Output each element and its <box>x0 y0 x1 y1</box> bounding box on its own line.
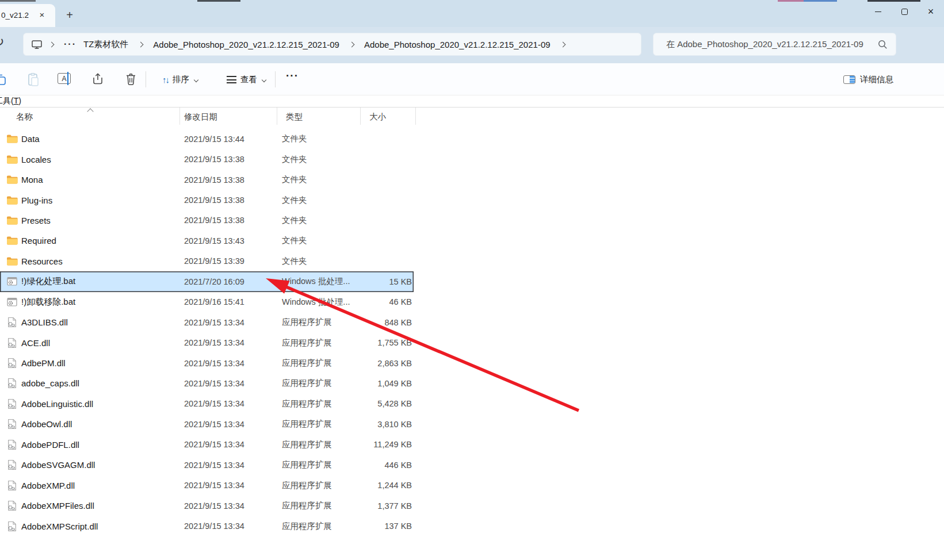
file-row[interactable]: Plug-ins 2021/9/15 13:38 文件夹 <box>0 190 414 210</box>
share-button[interactable] <box>91 72 105 86</box>
file-row[interactable]: AdobeSVGAGM.dll 2021/9/15 13:34 应用程序扩展 4… <box>0 455 414 475</box>
file-row[interactable]: AdobePDFL.dll 2021/9/15 13:34 应用程序扩展 11,… <box>0 435 414 455</box>
file-row[interactable]: AdobeXMPScript.dll 2021/9/15 13:34 应用程序扩… <box>0 516 414 536</box>
file-row[interactable]: ACE.dll 2021/9/15 13:34 应用程序扩展 1,755 KB <box>0 332 414 352</box>
file-date: 2021/9/15 13:34 <box>180 359 277 368</box>
file-row[interactable]: Presets 2021/9/15 13:38 文件夹 <box>0 210 414 231</box>
file-row[interactable]: Locales 2021/9/15 13:38 文件夹 <box>0 149 414 169</box>
details-pane-button[interactable]: 详细信息 <box>843 71 893 88</box>
sort-button[interactable]: ↑↓ 排序 <box>159 71 201 88</box>
file-date: 2021/9/15 13:34 <box>180 521 277 531</box>
file-type: 应用程序扩展 <box>277 480 361 491</box>
file-size: 46 KB <box>361 297 414 306</box>
tab-close-icon[interactable]: × <box>36 9 48 21</box>
copy-button[interactable] <box>0 72 7 86</box>
dll-file-icon <box>6 398 18 409</box>
file-size: 446 KB <box>361 461 414 470</box>
copy-icon <box>0 73 6 86</box>
paste-button[interactable] <box>25 71 40 87</box>
file-name: AdobeOwl.dll <box>21 419 72 429</box>
file-name-cell: AdobeSVGAGM.dll <box>0 459 180 470</box>
file-size: 5,428 KB <box>361 399 414 408</box>
new-tab-button[interactable]: + <box>62 9 77 22</box>
file-name-cell: Resources <box>0 256 180 267</box>
file-date: 2021/9/15 13:34 <box>180 461 277 470</box>
file-date: 2021/9/15 13:38 <box>180 216 277 225</box>
file-icon <box>6 276 18 287</box>
file-row[interactable]: AdobeXMPFiles.dll 2021/9/15 13:34 应用程序扩展… <box>0 496 414 516</box>
file-name: A3DLIBS.dll <box>21 317 68 327</box>
view-button[interactable]: 查看 <box>223 71 269 88</box>
breadcrumb: ··· TZ素材软件 Adobe_Photoshop_2020_v21.2.12… <box>23 33 641 56</box>
file-name-cell: Presets <box>0 215 180 226</box>
folder-icon <box>6 235 18 246</box>
file-name: Data <box>21 134 40 144</box>
dll-file-icon <box>6 337 18 348</box>
breadcrumb-overflow-button[interactable]: ··· <box>64 39 77 49</box>
trash-icon <box>124 72 137 86</box>
file-date: 2021/9/15 13:34 <box>180 481 277 490</box>
maximize-button[interactable] <box>891 0 918 23</box>
file-size: 3,810 KB <box>361 420 414 429</box>
file-size: 1,049 KB <box>361 379 414 388</box>
this-pc-icon[interactable] <box>31 40 43 49</box>
view-lines-icon <box>227 76 236 83</box>
file-date: 2021/9/15 13:38 <box>180 155 277 164</box>
file-row[interactable]: adobe_caps.dll 2021/9/15 13:34 应用程序扩展 1,… <box>0 373 414 393</box>
menu-bar: 工具(T) <box>0 95 944 108</box>
file-date: 2021/9/15 13:34 <box>180 379 277 388</box>
file-row[interactable]: AdobeLinguistic.dll 2021/9/15 13:34 应用程序… <box>0 394 414 414</box>
breadcrumb-item[interactable]: TZ素材软件 <box>80 37 132 52</box>
column-header-type[interactable]: 类型 <box>277 108 361 125</box>
file-row[interactable]: A3DLIBS.dll 2021/9/15 13:34 应用程序扩展 848 K… <box>0 312 414 332</box>
file-type: 应用程序扩展 <box>277 439 361 450</box>
file-row[interactable]: AdbePM.dll 2021/9/15 13:34 应用程序扩展 2,863 … <box>0 353 414 373</box>
file-name: AdobeSVGAGM.dll <box>21 460 95 470</box>
more-options-button[interactable]: ··· <box>283 70 301 82</box>
file-row[interactable]: Data 2021/9/15 13:44 文件夹 <box>0 129 414 149</box>
file-name: Presets <box>21 216 51 225</box>
file-name: !)卸载移除.bat <box>21 297 75 308</box>
menu-item-tools[interactable]: 工具(T) <box>0 96 21 106</box>
file-row[interactable]: Required 2021/9/15 13:43 文件夹 <box>0 231 414 251</box>
close-button[interactable]: × <box>918 0 944 23</box>
screen-edge-artifact <box>804 0 837 2</box>
file-type: 文件夹 <box>277 215 361 226</box>
file-row[interactable]: !)绿化处理.bat 2021/7/20 16:09 Windows 批处理..… <box>0 271 414 291</box>
file-row[interactable]: AdobeOwl.dll 2021/9/15 13:34 应用程序扩展 3,81… <box>0 414 414 434</box>
file-name: Resources <box>21 256 63 266</box>
breadcrumb-item[interactable]: Adobe_Photoshop_2020_v21.2.12.215_2021-0… <box>150 37 343 52</box>
file-type: 应用程序扩展 <box>277 378 361 389</box>
file-icon <box>6 358 18 369</box>
tab-active[interactable]: 0_v21.2 × <box>0 4 55 27</box>
file-name: Locales <box>21 155 51 164</box>
file-name-cell: Required <box>0 235 180 246</box>
chevron-down-icon <box>194 78 198 82</box>
file-size: 1,244 KB <box>361 481 414 490</box>
refresh-icon[interactable]: ↻ <box>0 34 4 49</box>
dll-file-icon <box>6 439 18 450</box>
search-box[interactable]: 在 Adobe_Photoshop_2020_v21.2.12.215_2021… <box>653 33 896 56</box>
breadcrumb-item[interactable]: Adobe_Photoshop_2020_v21.2.12.215_2021-0… <box>361 37 554 52</box>
file-name: !)绿化处理.bat <box>21 276 75 287</box>
tab-bar: 0_v21.2 × + × <box>0 0 944 27</box>
file-name: AdobeXMPScript.dll <box>21 521 98 531</box>
file-type: 应用程序扩展 <box>277 398 361 409</box>
column-header-size[interactable]: 大小 <box>361 108 416 125</box>
file-icon <box>6 215 18 226</box>
file-row[interactable]: !)卸载移除.bat 2021/9/16 15:41 Windows 批处理..… <box>0 292 414 312</box>
file-name: Plug-ins <box>21 195 52 205</box>
column-header-date[interactable]: 修改日期 <box>180 108 277 125</box>
file-size: 2,863 KB <box>361 359 414 368</box>
dll-file-icon <box>6 521 18 532</box>
folder-icon <box>6 256 18 267</box>
minimize-button[interactable] <box>865 0 891 23</box>
delete-button[interactable] <box>124 72 137 86</box>
toolbar-separator <box>146 71 146 87</box>
file-row[interactable]: AdobeXMP.dll 2021/9/15 13:34 应用程序扩展 1,24… <box>0 475 414 495</box>
file-name-cell: Locales <box>0 154 180 165</box>
file-row[interactable]: Mona 2021/9/15 13:38 文件夹 <box>0 170 414 190</box>
rename-button[interactable]: A <box>58 73 71 84</box>
file-row[interactable]: Resources 2021/9/15 13:39 文件夹 <box>0 251 414 271</box>
file-size: 1,755 KB <box>361 338 414 347</box>
